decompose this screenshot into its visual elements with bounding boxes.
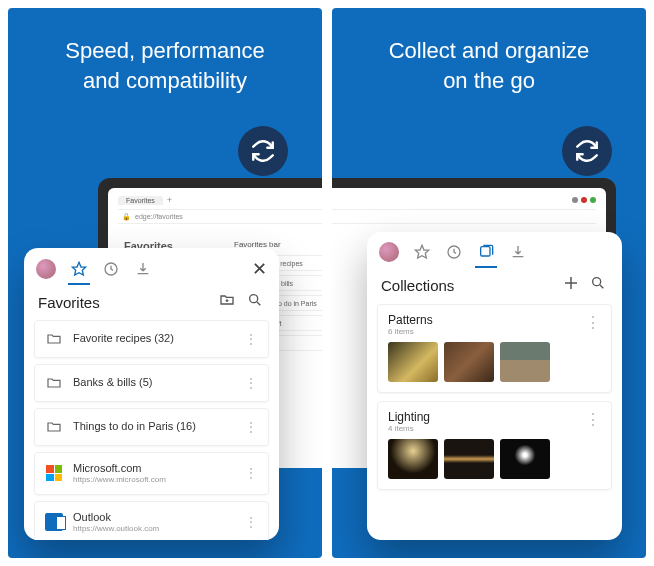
collection-group[interactable]: Lighting 4 items ⋮ (377, 401, 612, 490)
phone-mock-right: Collections Patterns 6 items ⋮ (367, 232, 622, 540)
url-text: edge://favorites (135, 213, 183, 220)
item-label: Things to do in Paris (16) (73, 420, 234, 433)
svg-marker-0 (72, 262, 85, 275)
star-icon[interactable] (70, 260, 88, 278)
new-tab-icon[interactable]: + (167, 195, 172, 205)
headline-right: Collect and organize on the go (332, 8, 646, 95)
item-label: Banks & bills (5) (73, 376, 234, 389)
more-icon[interactable]: ⋮ (244, 331, 258, 347)
search-icon[interactable] (590, 275, 608, 295)
collection-name: Patterns (388, 313, 433, 327)
avatar[interactable] (36, 259, 56, 279)
favorite-folder[interactable]: Things to do in Paris (16) ⋮ (34, 408, 269, 446)
folder-icon (45, 418, 63, 436)
collection-count: 6 items (388, 327, 433, 336)
folder-icon (45, 330, 63, 348)
phone-mock-left: ✕ Favorites Favorite recipes (32) ⋮ Bank… (24, 248, 279, 540)
window-controls (572, 197, 596, 203)
promo-panel-left: Speed, performance and compatibility Fav… (8, 8, 322, 558)
sync-icon (238, 126, 288, 176)
more-icon[interactable]: ⋮ (244, 419, 258, 435)
close-icon[interactable]: ✕ (252, 258, 267, 280)
item-label: Outlookhttps://www.outlook.com (73, 511, 234, 534)
download-icon[interactable] (134, 260, 152, 278)
avatar[interactable] (379, 242, 399, 262)
microsoft-icon (45, 464, 63, 482)
phone-title: Collections (381, 277, 552, 294)
folder-icon (45, 374, 63, 392)
favorite-folder[interactable]: Favorite recipes (32) ⋮ (34, 320, 269, 358)
collections-icon[interactable] (477, 243, 495, 261)
lock-icon: 🔒 (122, 213, 131, 221)
history-icon[interactable] (102, 260, 120, 278)
browser-tab[interactable]: Favorites (118, 196, 163, 205)
favorite-folder[interactable]: Banks & bills (5) ⋮ (34, 364, 269, 402)
search-icon[interactable] (247, 292, 265, 312)
favorite-link[interactable]: Microsoft.comhttps://www.microsoft.com ⋮ (34, 452, 269, 495)
history-icon[interactable] (445, 243, 463, 261)
add-icon[interactable] (562, 274, 580, 296)
add-folder-icon[interactable] (219, 292, 237, 312)
more-icon[interactable]: ⋮ (244, 514, 258, 530)
headline-line: Collect and organize (389, 38, 590, 63)
thumbnail[interactable] (388, 342, 438, 382)
collection-name: Lighting (388, 410, 430, 424)
headline-line: and compatibility (83, 68, 247, 93)
more-icon[interactable]: ⋮ (585, 313, 601, 332)
collection-group[interactable]: Patterns 6 items ⋮ (377, 304, 612, 393)
more-icon[interactable]: ⋮ (244, 465, 258, 481)
svg-rect-5 (481, 247, 490, 256)
svg-point-2 (250, 295, 258, 303)
download-icon[interactable] (509, 243, 527, 261)
thumbnail[interactable] (500, 439, 550, 479)
svg-marker-3 (415, 245, 428, 258)
outlook-icon (45, 513, 63, 531)
promo-panel-right: Collect and organize on the go ———————— … (332, 8, 646, 558)
sync-icon (562, 126, 612, 176)
item-label: Favorite recipes (32) (73, 332, 234, 345)
thumbnail[interactable] (500, 342, 550, 382)
phone-title: Favorites (38, 294, 209, 311)
more-icon[interactable]: ⋮ (244, 375, 258, 391)
more-icon[interactable]: ⋮ (585, 410, 601, 429)
item-label: Microsoft.comhttps://www.microsoft.com (73, 462, 234, 485)
favorite-link[interactable]: Outlookhttps://www.outlook.com ⋮ (34, 501, 269, 540)
headline-line: Speed, performance (65, 38, 264, 63)
headline-line: on the go (443, 68, 535, 93)
collection-count: 4 items (388, 424, 430, 433)
thumbnail[interactable] (444, 439, 494, 479)
headline-left: Speed, performance and compatibility (8, 8, 322, 95)
star-icon[interactable] (413, 243, 431, 261)
thumbnail[interactable] (388, 439, 438, 479)
svg-point-6 (593, 278, 601, 286)
thumbnail[interactable] (444, 342, 494, 382)
